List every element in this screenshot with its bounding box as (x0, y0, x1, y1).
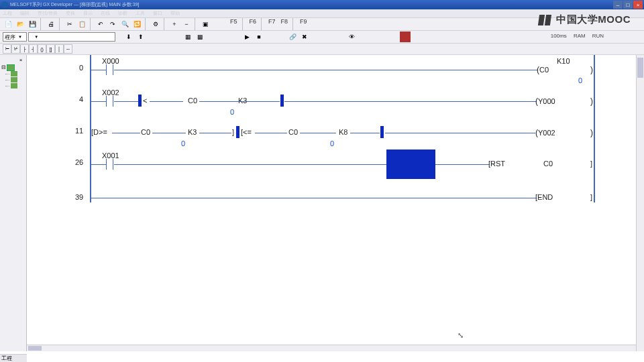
disc-icon[interactable]: ✖ (299, 32, 310, 42)
coil-label: Y002 (538, 129, 555, 137)
watch-icon[interactable]: 👁 (346, 32, 357, 42)
instruction-operand: C0 (543, 160, 553, 168)
rung-4[interactable]: 4 X002 < C0 0 K3 (Y000 ) (27, 86, 644, 118)
project-sidebar: × ⊟ (0, 55, 27, 351)
status-ram: RAM (574, 33, 586, 39)
zoom-out-icon[interactable]: − (181, 19, 192, 29)
connect-icon[interactable]: 🔗 (287, 32, 298, 42)
stop-icon[interactable]: ■ (254, 32, 264, 42)
print-icon[interactable]: 🖨 (46, 19, 56, 29)
ladder-editor[interactable]: 0 X000 K10 (C0 ) 0 4 X002 < C0 0 K3 (27, 55, 644, 351)
open-icon[interactable]: 📂 (15, 19, 25, 29)
close-button[interactable]: × (633, 1, 643, 9)
ladder-element-group: F5 F6 F7 F8 F9 (228, 18, 309, 30)
menu-item[interactable]: 诊断 (118, 10, 127, 17)
menu-item[interactable]: 查找/替换 (38, 10, 58, 17)
compare-k: K3 (188, 128, 197, 136)
toolbar-ladder: ⊢ ⊬ ├ ┤ () [] │ ─ (0, 44, 644, 55)
compare-operand: C0 (141, 128, 150, 136)
rung-number: 0 (79, 64, 83, 72)
address-dropdown[interactable]: ▼ (28, 32, 115, 42)
download-icon[interactable]: ⬇ (123, 32, 134, 42)
contact-label: X000 (102, 57, 119, 65)
new-icon[interactable]: 📄 (3, 19, 13, 29)
status-run: RUN (592, 33, 604, 39)
ld-hline-icon[interactable]: ─ (64, 44, 72, 54)
compare-operand: C0 (188, 97, 197, 105)
menu-item[interactable]: 帮助 (170, 10, 180, 17)
toolbar-secondary: 程序▼ ▼ ⬇ ⬆ ▦ ▩ ▶ ■ 🔗 ✖ 👁 (0, 31, 644, 44)
compare-value: 0 (330, 139, 334, 147)
copy-icon[interactable]: 📋 (76, 19, 87, 29)
compare-k: K3 (238, 97, 247, 105)
record-icon[interactable] (400, 32, 411, 42)
menu-item[interactable]: 工程 (3, 10, 12, 17)
step-f9[interactable]: F9 (300, 18, 307, 30)
title-bar: MELSOFT系列 GX Developer — [梯形图(监视) MAIN 步… (0, 0, 644, 9)
compare-bracket-r: ] (232, 128, 234, 136)
monitor-fill (280, 95, 284, 107)
ld-func-icon[interactable]: [] (46, 44, 55, 54)
ld-coil-icon[interactable]: () (38, 44, 46, 54)
ld-nc-contact-icon[interactable]: ⊬ (11, 44, 20, 54)
menu-item[interactable]: 工具 (136, 10, 145, 17)
maximize-button[interactable]: □ (623, 1, 633, 9)
ld-branch-icon[interactable]: ├ (20, 44, 29, 54)
ld-no-contact-icon[interactable]: ⊢ (3, 44, 11, 54)
compare-operand: C0 (288, 128, 298, 136)
find-icon[interactable]: 🔍 (119, 19, 130, 29)
menu-item[interactable]: 编辑 (20, 10, 30, 17)
tree-folder-icon[interactable] (7, 65, 14, 70)
coil-label: C0 (539, 66, 549, 74)
rung-11[interactable]: 11 [D>= C0 0 K3 ] [<= C0 0 K8 (Y002 ) (27, 118, 644, 149)
bottom-tab[interactable]: 工程 (0, 354, 27, 362)
cut-icon[interactable]: ✂ (64, 19, 75, 29)
step-f6[interactable]: F6 (250, 18, 257, 30)
tree-item-icon[interactable] (11, 71, 17, 76)
ld-branch2-icon[interactable]: ┤ (29, 44, 38, 54)
rung-end[interactable]: 39 [END ] (27, 191, 644, 211)
zoom-in-icon[interactable]: + (169, 19, 180, 29)
convert-icon[interactable]: ⚙ (150, 19, 161, 29)
replace-icon[interactable]: 🔁 (131, 19, 142, 29)
scroll-thumb[interactable] (637, 58, 643, 78)
compare-k: K8 (339, 128, 347, 136)
tree-item-icon[interactable] (11, 77, 17, 82)
scroll-thumb[interactable] (28, 346, 42, 351)
compare-bracket: [D>= (91, 128, 107, 136)
step-f8[interactable]: F8 (281, 18, 288, 30)
rung-26[interactable]: 26 X001 [RST C0 ] (27, 149, 644, 191)
rung-number: 11 (75, 127, 83, 135)
upload-icon[interactable]: ⬆ (136, 32, 146, 42)
rung-0[interactable]: 0 X000 K10 (C0 ) 0 (27, 55, 644, 86)
vertical-scrollbar[interactable] (636, 55, 644, 351)
mode-dropdown[interactable]: 程序▼ (3, 32, 27, 42)
undo-icon[interactable]: ↶ (95, 19, 106, 29)
run-icon[interactable]: ▶ (241, 32, 252, 42)
sidebar-close-icon[interactable]: × (17, 56, 25, 63)
toolbar-main: 📄 📂 💾 🖨 ✂ 📋 ↶ ↷ 🔍 🔁 ⚙ + − ▣ F5 F6 F7 F8 … (0, 17, 644, 31)
step-f5[interactable]: F5 (230, 18, 237, 30)
coil-label: Y000 (538, 97, 555, 105)
coil-value: 0 (578, 76, 582, 84)
menu-item[interactable]: 在线 (101, 10, 110, 17)
contact-label: X002 (102, 88, 119, 97)
mouse-cursor-icon: ⤡ (458, 331, 464, 340)
window-title: MELSOFT系列 GX Developer — [梯形图(监视) MAIN 步… (10, 1, 612, 8)
menu-item[interactable]: 窗口 (153, 10, 162, 17)
redo-icon[interactable]: ↷ (107, 19, 118, 29)
param2-icon[interactable]: ▩ (195, 32, 205, 42)
menu-item[interactable]: 显示 (83, 10, 93, 17)
ld-vline-icon[interactable]: │ (55, 44, 64, 54)
minimize-button[interactable]: – (613, 1, 623, 9)
rung-number: 39 (75, 193, 83, 201)
instruction-label: RST (490, 160, 505, 168)
save-icon[interactable]: 💾 (27, 19, 38, 29)
menu-item[interactable]: 变换 (66, 10, 75, 17)
param-icon[interactable]: ▦ (182, 32, 193, 42)
tree-item-icon[interactable] (11, 83, 17, 88)
step-f7[interactable]: F7 (268, 18, 276, 30)
menu-bar: 工程 编辑 查找/替换 变换 显示 在线 诊断 工具 窗口 帮助 (0, 9, 644, 17)
horizontal-scrollbar[interactable] (27, 345, 636, 351)
monitor-icon[interactable]: ▣ (200, 19, 211, 29)
